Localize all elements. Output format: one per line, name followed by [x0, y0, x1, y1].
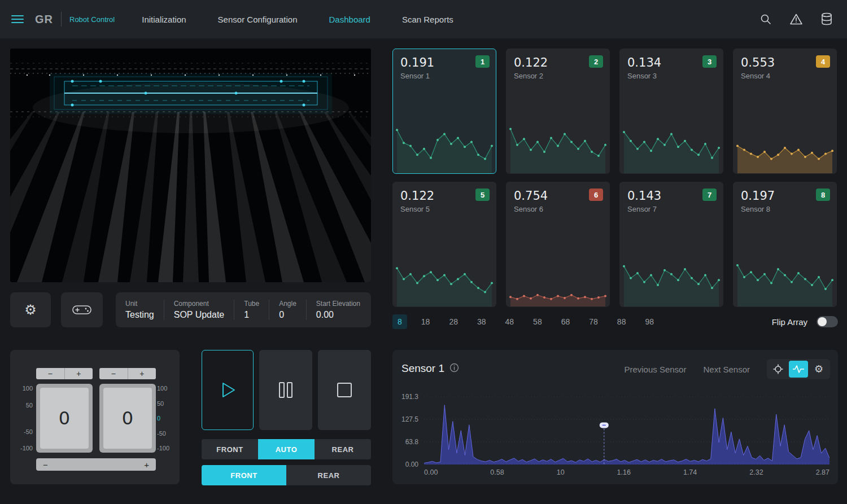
x-tick-label: 0.58: [490, 468, 504, 476]
app-logo: GR: [35, 13, 53, 26]
sensor-value: 0.143: [627, 189, 661, 203]
sensor-card-8[interactable]: 0.197 Sensor 8 8: [733, 182, 837, 307]
info-label: Component: [174, 300, 225, 308]
controller-button[interactable]: [61, 292, 103, 327]
info-field-unit: Unit Testing: [116, 300, 164, 320]
sensor-card-6[interactable]: 0.754 Sensor 6 6: [506, 182, 610, 307]
chart-title-wrap: Sensor 1: [401, 362, 459, 375]
info-value: SOP Update: [174, 310, 225, 320]
alert-icon[interactable]: [789, 12, 803, 26]
x-tick-label: 1.16: [617, 468, 631, 476]
settings-button[interactable]: ⚙: [10, 292, 51, 327]
stop-icon: [335, 381, 353, 399]
page-98[interactable]: 98: [640, 314, 659, 329]
mode-rear-button[interactable]: REAR: [315, 439, 371, 459]
page-48[interactable]: 48: [500, 314, 519, 329]
sensor-sparkline: [507, 113, 609, 173]
sensor-value: 0.122: [514, 56, 548, 69]
flip-array-label: Flip Array: [772, 317, 807, 327]
sensor-card-2[interactable]: 0.122 Sensor 2 2: [506, 49, 610, 174]
left-axis-value: 0: [40, 388, 89, 449]
decrement-button[interactable]: −: [99, 368, 128, 379]
mode-auto-button[interactable]: AUTO: [258, 439, 315, 459]
page-38[interactable]: 38: [472, 314, 491, 329]
y-tick-label: 0.00: [392, 461, 418, 468]
gear-icon: ⚙: [814, 364, 823, 374]
info-label: Unit: [125, 300, 154, 308]
chart-x-axis: 0.00 0.58 10 1.16 1.74 2.32 2.87: [424, 468, 829, 476]
page-68[interactable]: 68: [556, 314, 575, 329]
sensor-card-3[interactable]: 0.134 Sensor 3 3: [619, 49, 723, 174]
increment-button[interactable]: +: [128, 368, 156, 379]
page-8[interactable]: 8: [392, 314, 407, 329]
slider-increment[interactable]: +: [144, 460, 149, 470]
pause-icon: [277, 380, 295, 400]
logo-divider: [61, 12, 62, 27]
sensor-badge: 1: [475, 55, 490, 68]
x-tick-label: 0.00: [424, 468, 438, 476]
scan-visualization-feed: [10, 49, 371, 282]
search-icon[interactable]: [759, 12, 772, 26]
scale-label: 50: [26, 402, 33, 409]
sensor-value: 0.191: [400, 56, 434, 69]
sensor-card-1[interactable]: 0.191 Sensor 1 1: [392, 49, 496, 174]
chart-tool-group: ⚙: [767, 359, 830, 379]
sensor-card-7[interactable]: 0.143 Sensor 7 7: [619, 182, 723, 307]
scale-label: 50: [157, 400, 164, 407]
chart-y-axis: 191.3 127.5 63.8 0.00: [392, 393, 418, 468]
side-rear-button[interactable]: REAR: [286, 465, 371, 485]
sensor-name: Sensor 3: [627, 72, 657, 80]
sensor-name: Sensor 5: [400, 205, 430, 213]
sensor-sparkline: [393, 113, 496, 173]
locate-button[interactable]: [769, 361, 788, 378]
menu-icon[interactable]: [11, 15, 24, 23]
info-value: 1: [244, 310, 259, 320]
stop-button[interactable]: [318, 350, 371, 430]
right-axis-value: 0: [103, 388, 152, 449]
pause-button[interactable]: [259, 350, 312, 430]
page-28[interactable]: 28: [444, 314, 463, 329]
decrement-button[interactable]: −: [36, 368, 65, 379]
side-front-button[interactable]: FRONT: [202, 465, 286, 485]
waveform-view-button[interactable]: [789, 361, 808, 378]
manual-jog-panel: 100 50 -50 -100 100 50 0 -50 -100 − + − …: [10, 350, 180, 484]
increment-button[interactable]: +: [65, 368, 93, 379]
sensor-name: Sensor 6: [514, 205, 543, 213]
info-label: Angle: [279, 300, 296, 308]
sensor-sparkline: [620, 113, 723, 173]
slider-decrement[interactable]: −: [43, 460, 48, 470]
scale-label: -50: [157, 430, 166, 437]
sensor-card-4[interactable]: 0.553 Sensor 4 4: [733, 49, 837, 174]
info-field-tube: Tube 1: [234, 300, 269, 320]
database-icon[interactable]: [820, 12, 833, 26]
sensor-card-5[interactable]: 0.122 Sensor 5 5: [392, 182, 496, 307]
page-58[interactable]: 58: [528, 314, 547, 329]
sensor-name: Sensor 4: [741, 72, 770, 80]
page-88[interactable]: 88: [612, 314, 631, 329]
sensor-waveform-chart[interactable]: [424, 397, 829, 464]
flip-array-toggle[interactable]: [817, 316, 838, 327]
page-78[interactable]: 78: [584, 314, 603, 329]
info-label: Tube: [244, 300, 259, 308]
sensor-sparkline: [393, 247, 496, 306]
page-18[interactable]: 18: [416, 314, 435, 329]
sensor-badge: 7: [702, 189, 717, 201]
nav-item-sensor-configuration[interactable]: Sensor Configuration: [218, 15, 298, 24]
mode-front-button[interactable]: FRONT: [202, 439, 258, 459]
top-nav: GR Robot Control Initialization Sensor C…: [0, 0, 847, 38]
right-axis-stepper-buttons: − +: [99, 368, 156, 379]
right-scale: 100 50 0 -50 -100: [157, 385, 175, 452]
play-button[interactable]: [202, 350, 254, 430]
info-icon[interactable]: [449, 363, 459, 375]
flip-array-control: Flip Array: [772, 316, 838, 327]
nav-item-initialization[interactable]: Initialization: [142, 15, 186, 24]
nav-item-scan-reports[interactable]: Scan Reports: [402, 15, 453, 24]
nav-item-dashboard[interactable]: Dashboard: [329, 15, 370, 24]
chart-settings-button[interactable]: ⚙: [809, 361, 828, 378]
jog-slider[interactable]: − +: [36, 458, 156, 471]
previous-sensor-button[interactable]: Previous Sensor: [624, 365, 686, 374]
play-icon: [216, 378, 239, 402]
gamepad-icon: [72, 303, 92, 317]
scale-label: -50: [24, 428, 33, 435]
next-sensor-button[interactable]: Next Sensor: [703, 365, 750, 374]
